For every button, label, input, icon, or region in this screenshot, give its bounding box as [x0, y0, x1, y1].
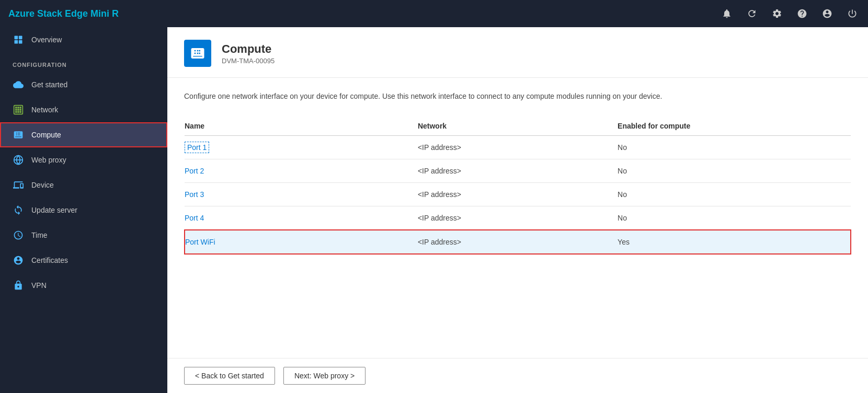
port-network-cell: <IP address> — [418, 206, 618, 230]
content-header-text: Compute DVM-TMA-00095 — [222, 42, 275, 65]
port-enabled-cell: Yes — [618, 230, 851, 254]
bell-icon[interactable] — [719, 6, 734, 21]
sidebar-item-device[interactable]: Device — [0, 172, 167, 198]
back-button[interactable]: < Back to Get started — [184, 367, 275, 385]
port-network-cell: <IP address> — [418, 136, 618, 159]
svg-rect-1 — [19, 36, 22, 40]
svg-rect-12 — [17, 111, 19, 113]
device-icon — [13, 179, 24, 191]
port-link[interactable]: Port 1 — [185, 142, 209, 153]
power-icon[interactable] — [845, 6, 860, 21]
compute-header-icon — [184, 40, 211, 67]
content-body: Configure one network interface on your … — [167, 78, 868, 358]
svg-rect-2 — [15, 40, 18, 44]
web-proxy-icon — [13, 154, 24, 166]
port-network-cell: <IP address> — [418, 230, 618, 254]
certificates-icon — [13, 255, 24, 266]
help-icon[interactable] — [795, 6, 809, 21]
content-footer: < Back to Get started Next: Web proxy > — [167, 358, 868, 393]
port-enabled-cell: No — [618, 159, 851, 183]
svg-rect-0 — [15, 36, 18, 40]
port-name-cell: Port WiFi — [185, 230, 418, 254]
port-enabled-cell: No — [618, 206, 851, 230]
topbar-actions — [719, 6, 860, 21]
port-name-cell: Port 4 — [185, 206, 418, 230]
svg-rect-3 — [19, 40, 22, 44]
table-row[interactable]: Port WiFi<IP address>Yes — [185, 230, 851, 254]
sidebar-item-network-label: Network — [31, 106, 58, 114]
settings-icon[interactable] — [770, 6, 784, 21]
sidebar-item-get-started[interactable]: Get started — [0, 72, 167, 97]
sidebar-item-web-proxy-label: Web proxy — [31, 156, 66, 164]
sidebar-section-configuration: CONFIGURATION — [0, 52, 167, 72]
content-area: Compute DVM-TMA-00095 Configure one netw… — [167, 27, 868, 393]
svg-rect-11 — [15, 111, 17, 113]
port-link[interactable]: Port 2 — [185, 167, 204, 175]
sidebar-item-device-label: Device — [31, 181, 54, 189]
svg-rect-5 — [15, 107, 17, 108]
sidebar-item-compute[interactable]: Compute — [0, 122, 167, 147]
update-server-icon — [13, 204, 24, 216]
sidebar-item-update-server[interactable]: Update server — [0, 198, 167, 223]
table-row[interactable]: Port 3<IP address>No — [185, 183, 851, 206]
svg-rect-9 — [17, 109, 19, 110]
page-title: Compute — [222, 42, 275, 56]
page-description: Configure one network interface on your … — [184, 90, 759, 102]
sidebar-item-overview-label: Overview — [31, 36, 62, 44]
sidebar-item-network[interactable]: Network — [0, 97, 167, 122]
sidebar-item-get-started-label: Get started — [31, 80, 67, 89]
svg-rect-10 — [20, 109, 21, 110]
port-enabled-cell: No — [618, 183, 851, 206]
next-button[interactable]: Next: Web proxy > — [283, 367, 366, 385]
sidebar-item-web-proxy[interactable]: Web proxy — [0, 147, 167, 172]
sidebar-item-certificates[interactable]: Certificates — [0, 248, 167, 273]
main-layout: Overview CONFIGURATION Get started Netwo… — [0, 27, 868, 393]
sidebar-item-certificates-label: Certificates — [31, 256, 68, 264]
sidebar-item-compute-label: Compute — [31, 131, 61, 139]
topbar: Azure Stack Edge Mini R — [0, 0, 868, 27]
port-name-cell: Port 1 — [185, 136, 418, 159]
svg-rect-7 — [20, 107, 21, 108]
sidebar: Overview CONFIGURATION Get started Netwo… — [0, 27, 167, 393]
port-name-cell: Port 3 — [185, 183, 418, 206]
port-enabled-cell: No — [618, 136, 851, 159]
content-header: Compute DVM-TMA-00095 — [167, 27, 868, 78]
svg-rect-6 — [17, 107, 19, 108]
sidebar-item-time[interactable]: Time — [0, 223, 167, 248]
get-started-icon — [13, 79, 24, 90]
time-icon — [13, 229, 24, 241]
port-name-cell: Port 2 — [185, 159, 418, 183]
port-link[interactable]: Port 3 — [185, 190, 204, 199]
vpn-icon — [13, 280, 24, 291]
table-row[interactable]: Port 4<IP address>No — [185, 206, 851, 230]
refresh-icon[interactable] — [745, 6, 759, 21]
table-row[interactable]: Port 1<IP address>No — [185, 136, 851, 159]
col-header-name: Name — [185, 117, 418, 136]
sidebar-item-update-server-label: Update server — [31, 206, 77, 214]
port-link[interactable]: Port WiFi — [185, 238, 215, 246]
sidebar-item-time-label: Time — [31, 231, 48, 239]
compute-icon — [13, 129, 24, 141]
compute-table: Name Network Enabled for compute Port 1<… — [184, 117, 851, 255]
app-title: Azure Stack Edge Mini R — [8, 8, 719, 19]
table-row[interactable]: Port 2<IP address>No — [185, 159, 851, 183]
network-icon — [13, 104, 24, 115]
page-subtitle: DVM-TMA-00095 — [222, 57, 275, 65]
port-link[interactable]: Port 4 — [185, 214, 204, 222]
account-icon[interactable] — [820, 6, 835, 21]
col-header-enabled: Enabled for compute — [618, 117, 851, 136]
port-network-cell: <IP address> — [418, 159, 618, 183]
col-header-network: Network — [418, 117, 618, 136]
port-network-cell: <IP address> — [418, 183, 618, 206]
sidebar-item-overview[interactable]: Overview — [0, 27, 167, 52]
svg-rect-8 — [15, 109, 17, 110]
sidebar-item-vpn-label: VPN — [31, 281, 47, 290]
overview-icon — [13, 34, 24, 45]
sidebar-item-vpn[interactable]: VPN — [0, 273, 167, 298]
svg-rect-13 — [20, 111, 21, 113]
